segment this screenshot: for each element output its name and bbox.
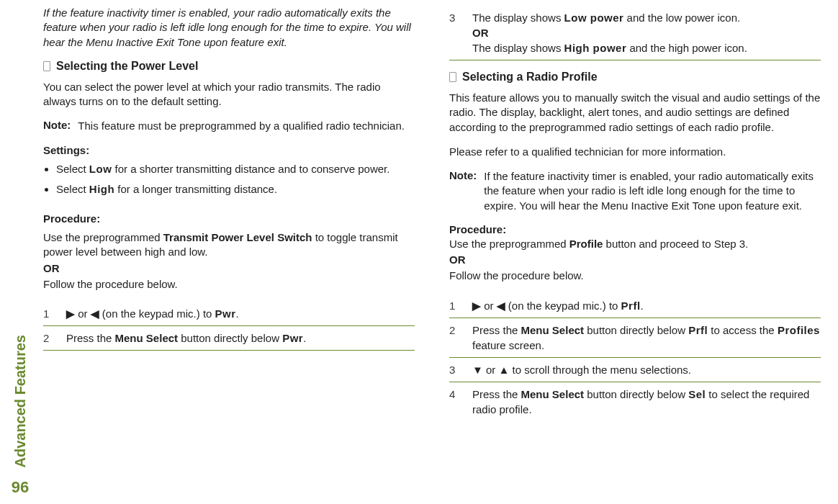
step-body: ▶ or ◀ (on the keypad mic.) to Pwr. xyxy=(66,306,415,321)
left-arrow-icon: ◀ xyxy=(91,307,99,320)
down-arrow-icon: ▼ xyxy=(472,364,483,376)
step-number: 4 xyxy=(449,387,462,417)
refer-technician: Please refer to a qualified technician f… xyxy=(449,145,821,159)
procedure-intro-2: Follow the procedure below. xyxy=(43,277,415,292)
list-item: Select Low for a shorter transmitting di… xyxy=(56,162,415,176)
procedure-heading: Procedure: xyxy=(43,212,415,225)
sidebar: Advanced Features 96 xyxy=(6,295,35,497)
step-number: 1 xyxy=(449,298,462,313)
step-row: 3 The display shows Low power and the lo… xyxy=(449,6,821,60)
sidebar-label: Advanced Features xyxy=(12,335,29,468)
intro-paragraph: If the feature inactivity timer is enabl… xyxy=(43,6,415,50)
step-body: ▶ or ◀ (on the keypad mic.) to Prfl. xyxy=(472,298,821,313)
up-arrow-icon: ▲ xyxy=(499,364,510,376)
settings-list: Select Low for a shorter transmitting di… xyxy=(43,162,415,197)
note-row: Note: If the feature inactivity timer is… xyxy=(449,169,821,213)
step-row: 2 Press the Menu Select button directly … xyxy=(449,318,821,358)
or-label: OR xyxy=(43,261,415,276)
step-number: 3 xyxy=(449,362,462,377)
procedure-intro: Use the preprogrammed Transmit Power Lev… xyxy=(43,230,415,260)
power-level-desc: You can select the power level at which … xyxy=(43,80,415,109)
procedure-steps-right: 1 ▶ or ◀ (on the keypad mic.) to Prfl. 2… xyxy=(449,294,821,421)
list-item: Select High for a longer transmitting di… xyxy=(56,182,415,197)
step-number: 2 xyxy=(449,323,462,353)
right-arrow-icon: ▶ xyxy=(472,300,481,312)
settings-heading: Settings: xyxy=(43,144,415,156)
note-body: This feature must be preprogrammed by a … xyxy=(78,119,415,133)
step-row: 3 ▼ or ▲ to scroll through the menu sele… xyxy=(449,358,821,382)
or-label: OR xyxy=(449,253,821,267)
right-arrow-icon: ▶ xyxy=(66,307,75,320)
procedure-steps-left: 1 ▶ or ◀ (on the keypad mic.) to Pwr. 2 … xyxy=(43,302,415,351)
note-body: If the feature inactivity timer is enabl… xyxy=(484,169,821,213)
procedure-heading: Procedure: xyxy=(449,223,821,235)
step-row: 1 ▶ or ◀ (on the keypad mic.) to Prfl. xyxy=(449,294,821,318)
note-label: Note: xyxy=(449,169,477,213)
note-label: Note: xyxy=(43,119,71,133)
step-body: Press the Menu Select button directly be… xyxy=(66,330,415,346)
section-title-radio-profile: Selecting a Radio Profile xyxy=(449,71,821,84)
radio-profile-desc: This feature allows you to manually swit… xyxy=(449,91,821,135)
page-number: 96 xyxy=(12,478,29,497)
left-arrow-icon: ◀ xyxy=(497,300,505,312)
step-row: 4 Press the Menu Select button directly … xyxy=(449,382,821,421)
step-body: The display shows Low power and the low … xyxy=(472,10,821,55)
step-number: 1 xyxy=(43,306,56,321)
step-body: Press the Menu Select button directly be… xyxy=(472,323,821,353)
procedure-steps-right-cont: 3 The display shows Low power and the lo… xyxy=(449,6,821,60)
left-column: If the feature inactivity timer is enabl… xyxy=(43,6,415,497)
step-number: 3 xyxy=(449,10,462,55)
section-title-text: Selecting a Radio Profile xyxy=(462,71,598,84)
step-body: Press the Menu Select button directly be… xyxy=(472,387,821,417)
note-row: Note: This feature must be preprogrammed… xyxy=(43,119,415,133)
step-row: 2 Press the Menu Select button directly … xyxy=(43,326,415,351)
section-title-power-level: Selecting the Power Level xyxy=(43,60,415,73)
step-row: 1 ▶ or ◀ (on the keypad mic.) to Pwr. xyxy=(43,302,415,326)
page-content: If the feature inactivity timer is enabl… xyxy=(43,0,838,504)
document-icon xyxy=(449,72,456,82)
right-column: 3 The display shows Low power and the lo… xyxy=(449,6,821,497)
procedure-intro-2: Follow the procedure below. xyxy=(449,269,821,283)
section-title-text: Selecting the Power Level xyxy=(56,60,198,73)
procedure-intro: Use the preprogrammed Profile button and… xyxy=(449,237,821,251)
document-icon xyxy=(43,61,50,71)
step-number: 2 xyxy=(43,330,56,346)
step-body: ▼ or ▲ to scroll through the menu select… xyxy=(472,362,821,377)
